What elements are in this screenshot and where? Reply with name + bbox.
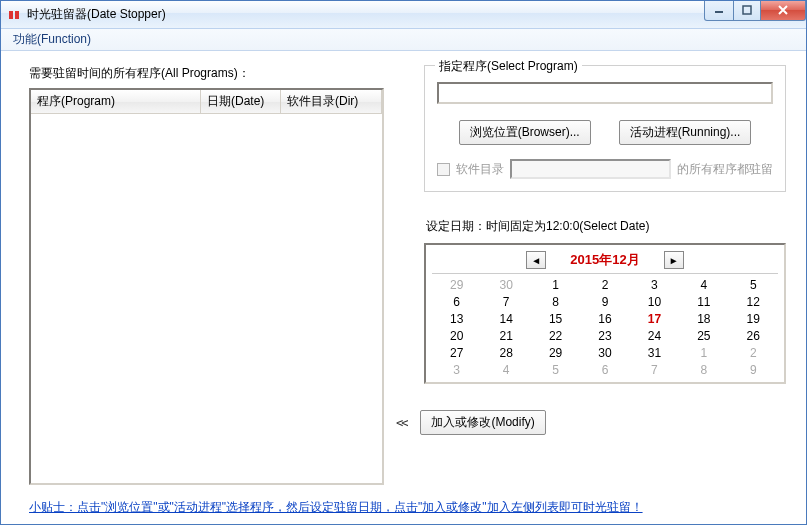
dir-checkbox-row: 软件目录 的所有程序都驻留 <box>437 159 773 179</box>
menubar: 功能(Function) <box>1 29 806 51</box>
calendar-day[interactable]: 29 <box>432 276 481 293</box>
dir-input <box>510 159 671 179</box>
columns: 需要驻留时间的所有程序(All Programs)： 程序(Program) 日… <box>29 65 786 485</box>
right-panel: 指定程序(Select Program) 浏览位置(Browser)... 活动… <box>424 65 786 485</box>
calendar-header: ◄ 2015年12月 ► <box>432 249 778 273</box>
svg-rect-0 <box>9 11 13 19</box>
col-program[interactable]: 程序(Program) <box>31 90 201 113</box>
calendar-day[interactable]: 10 <box>630 293 679 310</box>
maximize-button[interactable] <box>733 1 761 21</box>
app-icon <box>7 8 21 22</box>
listview-body[interactable] <box>31 114 382 483</box>
client-area: 需要驻留时间的所有程序(All Programs)： 程序(Program) 日… <box>1 51 806 524</box>
calendar-day[interactable]: 8 <box>679 361 728 378</box>
calendar-day[interactable]: 14 <box>481 310 530 327</box>
program-path-input[interactable] <box>437 82 773 104</box>
close-button[interactable] <box>760 1 806 21</box>
prev-month-button[interactable]: ◄ <box>526 251 546 269</box>
modify-button[interactable]: 加入或修改(Modify) <box>420 410 545 435</box>
svg-rect-1 <box>15 11 19 19</box>
month-label: 2015年12月 <box>570 251 639 269</box>
calendar-grid: 2930123456789101112131415161718192021222… <box>432 273 778 378</box>
select-program-group: 指定程序(Select Program) 浏览位置(Browser)... 活动… <box>424 65 786 192</box>
calendar-day[interactable]: 19 <box>729 310 778 327</box>
calendar-day[interactable]: 6 <box>580 361 629 378</box>
left-panel: 需要驻留时间的所有程序(All Programs)： 程序(Program) 日… <box>29 65 384 485</box>
minimize-button[interactable] <box>704 1 734 21</box>
calendar-day[interactable]: 9 <box>729 361 778 378</box>
calendar-day[interactable]: 30 <box>580 344 629 361</box>
col-date[interactable]: 日期(Date) <box>201 90 281 113</box>
calendar-day[interactable]: 24 <box>630 327 679 344</box>
calendar-day[interactable]: 1 <box>531 276 580 293</box>
calendar-day[interactable]: 5 <box>729 276 778 293</box>
button-row: 浏览位置(Browser)... 活动进程(Running)... <box>437 120 773 145</box>
calendar-day[interactable]: 1 <box>679 344 728 361</box>
calendar-day[interactable]: 4 <box>679 276 728 293</box>
dir-suffix-label: 的所有程序都驻留 <box>677 161 773 178</box>
running-button[interactable]: 活动进程(Running)... <box>619 120 752 145</box>
calendar-day[interactable]: 23 <box>580 327 629 344</box>
calendar-day[interactable]: 30 <box>481 276 530 293</box>
dir-checkbox-label: 软件目录 <box>456 161 504 178</box>
menu-function[interactable]: 功能(Function) <box>5 28 99 51</box>
all-programs-label: 需要驻留时间的所有程序(All Programs)： <box>29 65 384 82</box>
calendar-day[interactable]: 4 <box>481 361 530 378</box>
calendar-day[interactable]: 3 <box>630 276 679 293</box>
calendar-day[interactable]: 20 <box>432 327 481 344</box>
select-date-label: 设定日期：时间固定为12:0:0(Select Date) <box>426 218 786 235</box>
dir-checkbox <box>437 163 450 176</box>
calendar-day[interactable]: 15 <box>531 310 580 327</box>
calendar-day[interactable]: 9 <box>580 293 629 310</box>
calendar-day[interactable]: 27 <box>432 344 481 361</box>
tip-link[interactable]: 小贴士：点击"浏览位置"或"活动进程"选择程序，然后设定驻留日期，点击"加入或修… <box>29 499 786 516</box>
calendar-day[interactable]: 6 <box>432 293 481 310</box>
calendar-day[interactable]: 5 <box>531 361 580 378</box>
next-month-button[interactable]: ► <box>664 251 684 269</box>
window-buttons <box>704 1 806 21</box>
window: 时光驻留器(Date Stopper) 功能(Function) 需要驻留时间的… <box>0 0 807 525</box>
titlebar: 时光驻留器(Date Stopper) <box>1 1 806 29</box>
calendar-day[interactable]: 26 <box>729 327 778 344</box>
select-program-legend: 指定程序(Select Program) <box>435 58 582 75</box>
calendar: ◄ 2015年12月 ► 293012345678910111213141516… <box>424 243 786 384</box>
calendar-day[interactable]: 11 <box>679 293 728 310</box>
calendar-day[interactable]: 2 <box>729 344 778 361</box>
calendar-day[interactable]: 25 <box>679 327 728 344</box>
svg-rect-3 <box>743 6 751 14</box>
calendar-day[interactable]: 12 <box>729 293 778 310</box>
calendar-day[interactable]: 17 <box>630 310 679 327</box>
calendar-day[interactable]: 8 <box>531 293 580 310</box>
calendar-day[interactable]: 18 <box>679 310 728 327</box>
action-row: << 加入或修改(Modify) <box>396 410 786 435</box>
calendar-day[interactable]: 13 <box>432 310 481 327</box>
calendar-day[interactable]: 16 <box>580 310 629 327</box>
arrows-icon: << <box>396 416 406 430</box>
browser-button[interactable]: 浏览位置(Browser)... <box>459 120 591 145</box>
programs-listview[interactable]: 程序(Program) 日期(Date) 软件目录(Dir) <box>29 88 384 485</box>
calendar-day[interactable]: 21 <box>481 327 530 344</box>
window-title: 时光驻留器(Date Stopper) <box>27 6 704 23</box>
calendar-day[interactable]: 2 <box>580 276 629 293</box>
col-dir[interactable]: 软件目录(Dir) <box>281 90 382 113</box>
calendar-day[interactable]: 31 <box>630 344 679 361</box>
calendar-day[interactable]: 7 <box>481 293 530 310</box>
calendar-day[interactable]: 22 <box>531 327 580 344</box>
calendar-day[interactable]: 28 <box>481 344 530 361</box>
calendar-day[interactable]: 3 <box>432 361 481 378</box>
calendar-day[interactable]: 29 <box>531 344 580 361</box>
calendar-day[interactable]: 7 <box>630 361 679 378</box>
listview-header: 程序(Program) 日期(Date) 软件目录(Dir) <box>31 90 382 114</box>
